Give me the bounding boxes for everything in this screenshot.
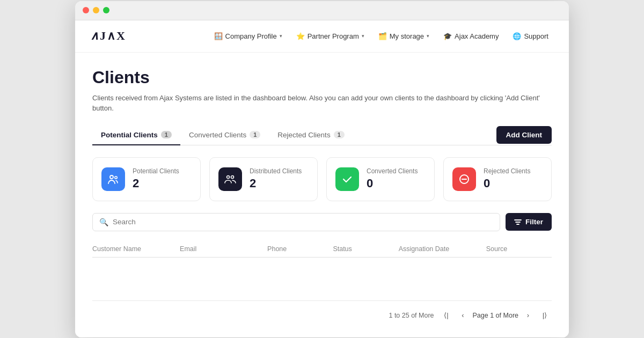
tab-rejected-clients[interactable]: Rejected Clients 1 xyxy=(269,126,353,145)
stat-value-potential: 2 xyxy=(133,177,179,190)
minimize-button[interactable] xyxy=(93,7,99,13)
stat-label-rejected: Rejected Clients xyxy=(484,167,530,175)
stat-info-rejected: Rejected Clients 0 xyxy=(484,167,530,190)
stat-value-distributed: 2 xyxy=(250,177,302,190)
next-page-button[interactable]: › xyxy=(521,308,535,322)
tab-converted-clients-label: Converted Clients xyxy=(189,131,246,139)
nav-item-my-storage-label: My storage xyxy=(390,32,424,40)
chevron-down-icon-3: ▾ xyxy=(427,33,429,39)
nav-item-my-storage[interactable]: 🗂️ My storage ▾ xyxy=(373,29,435,43)
col-phone: Phone xyxy=(267,245,333,253)
pagination-controls: ⟨| ‹ Page 1 of More › |⟩ xyxy=(440,308,552,322)
filter-button-label: Filter xyxy=(525,218,543,226)
nav-item-partner-program[interactable]: ⭐ Partner Program ▾ xyxy=(291,29,370,43)
col-customer-name: Customer Name xyxy=(92,245,180,253)
academy-icon: 🎓 xyxy=(443,32,452,40)
nav-item-ajax-academy-label: Ajax Academy xyxy=(455,32,499,40)
tabs-row: Potential Clients 1 Converted Clients 1 … xyxy=(92,126,552,145)
stat-card-potential: Potential Clients 2 xyxy=(92,157,201,201)
filter-icon xyxy=(514,218,522,226)
filter-button[interactable]: Filter xyxy=(506,213,552,231)
nav-item-support[interactable]: 🌐 Support xyxy=(507,29,554,43)
col-assignation-date: Assignation Date xyxy=(399,245,486,253)
prev-page-button[interactable]: ‹ xyxy=(456,308,470,322)
logo: ∧J∧X xyxy=(90,29,126,43)
chevron-down-icon: ▾ xyxy=(280,33,282,39)
company-profile-icon: 🪟 xyxy=(214,32,223,40)
svg-point-1 xyxy=(115,176,117,178)
pagination-range: 1 to 25 of More xyxy=(389,312,434,319)
app-window: ∧J∧X 🪟 Company Profile ▾ ⭐ Partner Progr… xyxy=(75,1,569,337)
rejected-clients-icon xyxy=(452,167,476,191)
support-icon: 🌐 xyxy=(513,32,521,40)
tab-potential-clients-badge: 1 xyxy=(161,131,172,138)
pagination-row: 1 to 25 of More ⟨| ‹ Page 1 of More › |⟩ xyxy=(92,300,552,322)
tab-converted-clients[interactable]: Converted Clients 1 xyxy=(180,126,269,145)
distributed-clients-icon xyxy=(218,167,242,191)
stat-info-converted: Converted Clients 0 xyxy=(367,167,418,190)
first-page-button[interactable]: ⟨| xyxy=(440,308,453,322)
table-header: Customer Name Email Phone Status Assigna… xyxy=(92,241,552,258)
maximize-button[interactable] xyxy=(103,7,109,13)
main-content: Clients Clients received from Ajax Syste… xyxy=(75,53,569,337)
tab-rejected-clients-label: Rejected Clients xyxy=(277,131,330,139)
svg-point-2 xyxy=(227,175,230,178)
close-button[interactable] xyxy=(83,7,89,13)
titlebar xyxy=(75,1,569,20)
nav-item-company-profile-label: Company Profile xyxy=(225,32,277,40)
tab-potential-clients[interactable]: Potential Clients 1 xyxy=(92,126,180,145)
svg-point-0 xyxy=(110,175,113,179)
last-page-button[interactable]: |⟩ xyxy=(538,308,552,322)
stat-label-potential: Potential Clients xyxy=(133,167,179,175)
stat-cards: Potential Clients 2 Distribu xyxy=(92,157,552,201)
search-icon: 🔍 xyxy=(99,218,108,226)
traffic-lights xyxy=(83,7,109,13)
stat-card-converted: Converted Clients 0 xyxy=(326,157,435,201)
stat-info-potential: Potential Clients 2 xyxy=(133,167,179,190)
stat-info-distributed: Distributed Clients 2 xyxy=(250,167,302,190)
search-input[interactable] xyxy=(113,218,493,226)
stat-label-distributed: Distributed Clients xyxy=(250,167,302,175)
potential-clients-icon xyxy=(101,167,125,191)
col-source: Source xyxy=(486,245,552,253)
nav-item-ajax-academy[interactable]: 🎓 Ajax Academy xyxy=(438,29,504,43)
stat-value-rejected: 0 xyxy=(484,177,530,190)
tab-converted-clients-badge: 1 xyxy=(250,131,260,138)
svg-point-3 xyxy=(231,175,234,178)
stat-label-converted: Converted Clients xyxy=(367,167,418,175)
table-body xyxy=(92,258,552,300)
add-client-button[interactable]: Add Client xyxy=(496,126,552,144)
stat-value-converted: 0 xyxy=(367,177,418,190)
tab-rejected-clients-badge: 1 xyxy=(334,131,345,138)
tabs: Potential Clients 1 Converted Clients 1 … xyxy=(92,126,496,145)
star-icon: ⭐ xyxy=(296,32,305,40)
page-description: Clients received from Ajax Systems are l… xyxy=(92,93,552,114)
chevron-down-icon-2: ▾ xyxy=(362,33,364,39)
search-filter-row: 🔍 Filter xyxy=(92,213,552,231)
navbar: ∧J∧X 🪟 Company Profile ▾ ⭐ Partner Progr… xyxy=(75,20,569,53)
storage-icon: 🗂️ xyxy=(378,32,387,40)
tab-potential-clients-label: Potential Clients xyxy=(101,131,158,139)
page-title: Clients xyxy=(92,68,552,87)
pagination-page-text: Page 1 of More xyxy=(473,312,518,319)
app-content: ∧J∧X 🪟 Company Profile ▾ ⭐ Partner Progr… xyxy=(75,20,569,337)
search-box[interactable]: 🔍 xyxy=(92,213,500,231)
nav-item-company-profile[interactable]: 🪟 Company Profile ▾ xyxy=(209,29,288,43)
stat-card-rejected: Rejected Clients 0 xyxy=(443,157,552,201)
nav-item-partner-program-label: Partner Program xyxy=(308,32,359,40)
col-email: Email xyxy=(180,245,267,253)
converted-clients-icon xyxy=(335,167,359,191)
nav-item-support-label: Support xyxy=(524,32,548,40)
nav-links: 🪟 Company Profile ▾ ⭐ Partner Program ▾ … xyxy=(209,29,554,43)
col-status: Status xyxy=(333,245,398,253)
stat-card-distributed: Distributed Clients 2 xyxy=(209,157,318,201)
